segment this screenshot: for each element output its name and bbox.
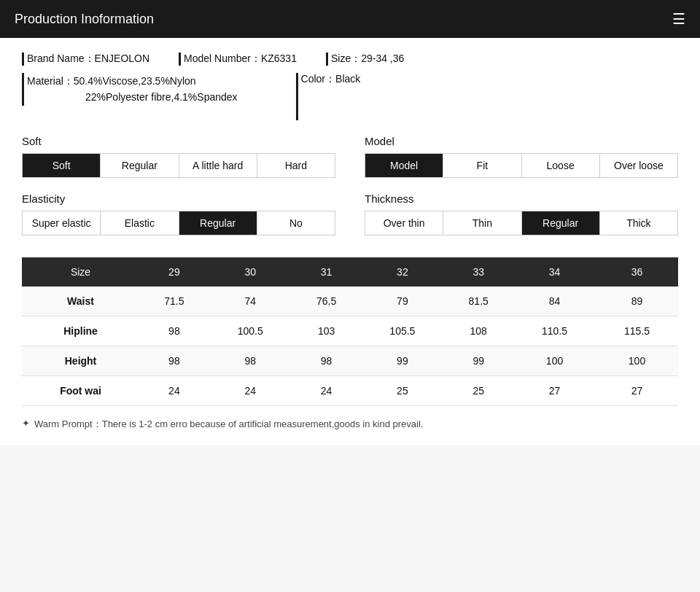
page-header: Production Inoformation ☰ — [0, 0, 700, 38]
cell-footwai-36: 27 — [596, 375, 678, 405]
cell-waist-34: 84 — [513, 287, 596, 316]
thickness-option-2[interactable]: Regular — [522, 211, 600, 235]
info-row-2: Material：50.4%Viscose,23.5%Nylon 22%Poly… — [22, 73, 678, 120]
material-value: 50.4%Viscose,23.5%Nylon — [74, 75, 196, 87]
menu-icon[interactable]: ☰ — [672, 10, 685, 28]
properties-section: Soft Soft Regular A little hard Hard Ela… — [22, 135, 678, 235]
left-properties: Soft Soft Regular A little hard Hard Ela… — [22, 135, 335, 235]
row-label-footwai: Foot wai — [22, 375, 139, 405]
cell-hipline-33: 108 — [443, 316, 513, 346]
table-row: Height 98 98 98 99 99 100 100 — [22, 346, 678, 375]
elasticity-option-0[interactable]: Super elastic — [23, 211, 101, 235]
cell-waist-29: 71.5 — [139, 287, 209, 316]
soft-option-3[interactable]: Hard — [257, 154, 335, 177]
model-group: Model Model Fit Loose Over loose — [365, 135, 678, 178]
cell-height-31: 98 — [292, 346, 362, 375]
cell-waist-31: 76.5 — [292, 287, 362, 316]
thickness-options: Over thin Thin Regular Thick — [365, 211, 678, 235]
size-table-section: Size 29 30 31 32 33 34 36 Waist 71.5 74 — [22, 257, 678, 406]
model-option-0[interactable]: Model — [365, 154, 443, 177]
cell-waist-36: 89 — [596, 287, 678, 316]
cell-waist-32: 79 — [361, 287, 443, 316]
cell-hipline-29: 98 — [139, 316, 209, 346]
model-option-2[interactable]: Loose — [522, 154, 600, 177]
col-header-34: 34 — [513, 257, 596, 287]
soft-group: Soft Soft Regular A little hard Hard — [22, 135, 335, 178]
header-title: Production Inoformation — [15, 12, 154, 27]
model-label: Model Number： — [184, 52, 261, 66]
col-header-36: 36 — [596, 257, 678, 287]
model-options: Model Fit Loose Over loose — [365, 153, 678, 178]
col-header-29: 29 — [139, 257, 209, 287]
cell-footwai-30: 24 — [209, 375, 292, 405]
material-label: Material： — [27, 75, 74, 87]
cell-footwai-33: 25 — [443, 375, 513, 405]
cell-hipline-30: 100.5 — [209, 316, 292, 346]
cell-hipline-36: 115.5 — [596, 316, 678, 346]
model-value: KZ6331 — [261, 52, 297, 64]
cell-waist-30: 74 — [209, 287, 292, 316]
color-info: Color： Black — [296, 73, 361, 120]
material-value2: 22%Polyester fibre,4.1%Spandex — [85, 91, 238, 103]
row-label-height: Height — [22, 346, 139, 375]
bullet-icon: ✦ — [22, 418, 30, 429]
cell-height-33: 99 — [443, 346, 513, 375]
cell-footwai-31: 24 — [292, 375, 362, 405]
soft-options: Soft Regular A little hard Hard — [22, 153, 335, 178]
cell-height-30: 98 — [209, 346, 292, 375]
model-info: Model Number： KZ6331 — [179, 52, 297, 66]
col-header-30: 30 — [209, 257, 292, 287]
soft-option-1[interactable]: Regular — [101, 154, 179, 177]
soft-label: Soft — [22, 135, 335, 147]
thickness-group: Thickness Over thin Thin Regular Thick — [365, 192, 678, 235]
color-label: Color： — [301, 73, 335, 86]
soft-option-2[interactable]: A little hard — [179, 154, 257, 177]
size-table: Size 29 30 31 32 33 34 36 Waist 71.5 74 — [22, 257, 678, 406]
elasticity-label: Elasticity — [22, 192, 335, 205]
cell-footwai-29: 24 — [139, 375, 209, 405]
cell-height-29: 98 — [139, 346, 209, 375]
model-option-3[interactable]: Over loose — [600, 154, 677, 177]
elasticity-option-1[interactable]: Elastic — [101, 211, 179, 235]
table-row: Foot wai 24 24 24 25 25 27 27 — [22, 375, 678, 405]
thickness-option-0[interactable]: Over thin — [365, 211, 443, 235]
elasticity-option-3[interactable]: No — [257, 211, 335, 235]
brand-info: Brand Name： ENJEOLON — [22, 52, 149, 66]
cell-height-34: 100 — [513, 346, 596, 375]
brand-value: ENJEOLON — [95, 52, 149, 64]
col-header-31: 31 — [292, 257, 362, 287]
page-wrapper: Production Inoformation ☰ Brand Name： EN… — [0, 0, 700, 445]
size-value: 29-34 ,36 — [361, 52, 404, 64]
thickness-option-3[interactable]: Thick — [600, 211, 677, 235]
table-row: Waist 71.5 74 76.5 79 81.5 84 89 — [22, 287, 678, 316]
col-header-33: 33 — [443, 257, 513, 287]
model-option-1[interactable]: Fit — [443, 154, 521, 177]
cell-waist-33: 81.5 — [443, 287, 513, 316]
col-header-size: Size — [22, 257, 139, 287]
cell-footwai-34: 27 — [513, 375, 596, 405]
cell-height-36: 100 — [596, 346, 678, 375]
cell-height-32: 99 — [361, 346, 443, 375]
right-properties: Model Model Fit Loose Over loose Thickne… — [365, 135, 678, 235]
elasticity-group: Elasticity Super elastic Elastic Regular… — [22, 192, 335, 235]
size-info: Size： 29-34 ,36 — [326, 52, 404, 66]
cell-hipline-34: 110.5 — [513, 316, 596, 346]
warm-prompt: ✦ Warm Prompt：There is 1-2 cm erro becau… — [22, 418, 678, 431]
warm-prompt-text: Warm Prompt：There is 1-2 cm erro because… — [34, 418, 423, 431]
table-row: Hipline 98 100.5 103 105.5 108 110.5 115… — [22, 316, 678, 346]
soft-option-0[interactable]: Soft — [23, 154, 101, 177]
info-row-1: Brand Name： ENJEOLON Model Number： KZ633… — [22, 52, 678, 66]
cell-hipline-32: 105.5 — [361, 316, 443, 346]
page-content: Brand Name： ENJEOLON Model Number： KZ633… — [0, 38, 700, 445]
color-value: Black — [335, 73, 360, 85]
row-label-waist: Waist — [22, 287, 139, 316]
material-info: Material：50.4%Viscose,23.5%Nylon 22%Poly… — [22, 73, 238, 106]
elasticity-option-2[interactable]: Regular — [179, 211, 257, 235]
size-label: Size： — [331, 52, 361, 66]
cell-hipline-31: 103 — [292, 316, 362, 346]
elasticity-options: Super elastic Elastic Regular No — [22, 211, 335, 235]
thickness-option-1[interactable]: Thin — [443, 211, 521, 235]
model-fit-label: Model — [365, 135, 678, 147]
brand-label: Brand Name： — [27, 52, 95, 66]
row-label-hipline: Hipline — [22, 316, 139, 346]
